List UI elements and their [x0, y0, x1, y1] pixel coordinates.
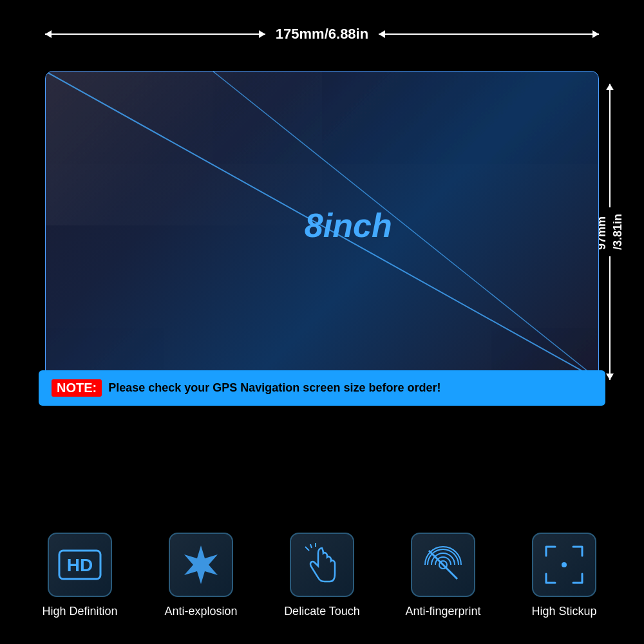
feature-stickup-label: High Stickup [531, 605, 596, 618]
touch-icon [299, 542, 345, 588]
antiexplosion-icon [178, 542, 224, 588]
feature-antiexplosion: Anti-explosion [149, 533, 252, 618]
svg-line-9 [429, 551, 457, 579]
screen-size-label: 8inch [305, 206, 392, 245]
top-dimension-arrow: 175mm/6.88in [45, 26, 599, 43]
note-bar: NOTE: Please check your GPS Navigation s… [39, 370, 605, 406]
feature-fingerprint: Anti-fingerprint [392, 533, 495, 618]
svg-line-1 [213, 71, 598, 379]
touch-icon-box [290, 533, 354, 597]
top-arrow-line [45, 33, 265, 35]
svg-point-10 [562, 562, 567, 567]
stickup-icon-box [532, 533, 596, 597]
stickup-icon [541, 542, 587, 588]
right-arrow-bottom [609, 256, 611, 380]
fingerprint-icon [420, 542, 466, 588]
svg-text:HD: HD [67, 555, 93, 575]
note-keyword: NOTE: [52, 379, 102, 397]
fingerprint-icon-box [411, 533, 475, 597]
feature-fingerprint-label: Anti-fingerprint [405, 605, 480, 618]
note-text: Please check your GPS Navigation screen … [108, 381, 440, 395]
svg-line-6 [310, 544, 312, 548]
right-arrow-top [609, 84, 611, 207]
feature-antiexplosion-label: Anti-explosion [164, 605, 237, 618]
feature-stickup: High Stickup [513, 533, 616, 618]
feature-hd-label: High Definition [42, 605, 117, 618]
screen-protector-graphic: 8inch [45, 71, 599, 380]
glass-panel: 8inch [45, 71, 599, 380]
feature-hd: HD High Definition [28, 533, 131, 618]
svg-line-5 [305, 547, 309, 551]
antiexplosion-icon-box [169, 533, 233, 597]
feature-touch: Delicate Touch [270, 533, 374, 618]
top-arrow-line-right [379, 33, 599, 35]
hd-icon: HD [57, 542, 103, 588]
hd-icon-box: HD [48, 533, 112, 597]
feature-touch-label: Delicate Touch [284, 605, 360, 618]
svg-marker-4 [184, 545, 218, 584]
features-row: HD High Definition Anti-explosion De [19, 533, 625, 618]
width-label: 175mm/6.88in [265, 26, 379, 43]
